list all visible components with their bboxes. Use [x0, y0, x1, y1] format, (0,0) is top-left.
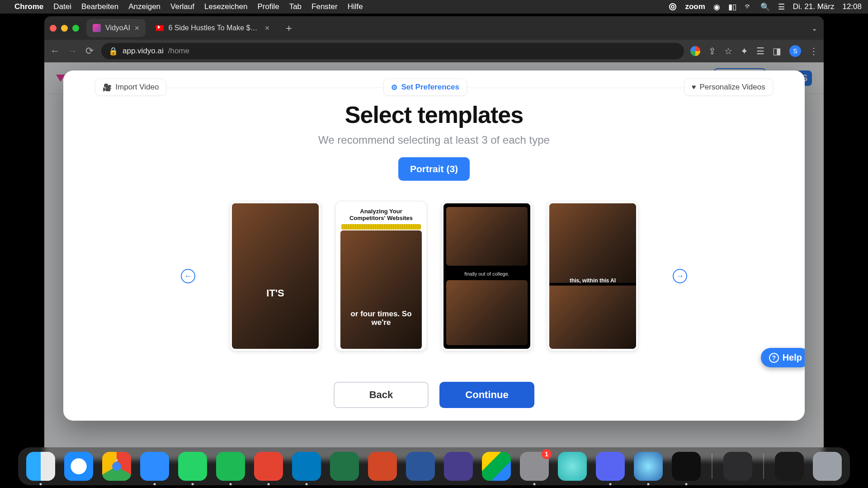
app-name[interactable]: Chrome	[14, 2, 43, 11]
dock-settings[interactable]: 1	[520, 452, 549, 481]
video-icon: 🎥	[103, 83, 112, 92]
menu-tab[interactable]: Tab	[289, 2, 302, 11]
wifi-icon[interactable]: ᯤ	[745, 2, 752, 11]
address-bar: ← → ⟳ 🔒 app.vidyo.ai/home ⇪ ☆ ✦ ☰ ◨ S ⋮	[44, 40, 824, 62]
sidepanel-icon[interactable]: ◨	[773, 46, 781, 56]
new-tab-button[interactable]: ＋	[279, 21, 298, 35]
template-title: Analyzing Your Competitors' Websites	[338, 203, 425, 224]
menu-anzeigen[interactable]: Anzeigen	[128, 2, 160, 11]
menu-lesezeichen[interactable]: Lesezeichen	[204, 2, 247, 11]
modal-subtitle: We recommend selecting at least 3 of eac…	[63, 134, 805, 146]
carousel-next-button[interactable]: →	[673, 269, 687, 283]
step-preferences[interactable]: ⚙︎Set Preferences	[383, 79, 467, 96]
gear-icon: ⚙︎	[391, 83, 397, 92]
template-card[interactable]: IT'S	[230, 202, 321, 351]
template-thumb	[446, 207, 528, 266]
template-thumb	[232, 203, 319, 349]
step-personalize[interactable]: ♥Personalize Videos	[684, 79, 773, 96]
template-thumb	[340, 230, 422, 349]
macos-dock: 1	[18, 447, 850, 485]
dock-launchpad[interactable]	[775, 452, 804, 481]
template-card[interactable]: finally out of college.	[442, 202, 532, 351]
dock-finder[interactable]	[26, 452, 55, 481]
menu-hilfe[interactable]: Hilfe	[348, 2, 363, 11]
heart-icon: ♥	[692, 83, 696, 91]
help-button[interactable]: ? Help	[761, 348, 805, 367]
dock-spotify[interactable]	[216, 452, 245, 481]
vidyo-favicon-icon	[93, 24, 101, 32]
dock-imovie[interactable]	[444, 452, 473, 481]
menubar-date[interactable]: Di. 21. März	[793, 2, 835, 11]
dock-audio-app[interactable]	[672, 452, 701, 481]
control-center-icon[interactable]: ☰	[778, 2, 785, 12]
tabs-overflow-icon[interactable]: ⌄	[811, 24, 817, 33]
page-body: vidyo.ai Home Downloads Media ⌄ ◔42 / 75…	[44, 62, 824, 460]
loom-icon[interactable]: ◉	[713, 2, 720, 12]
svg-point-0	[670, 4, 676, 10]
close-tab-icon[interactable]: ×	[265, 23, 270, 33]
nav-back-button[interactable]: ←	[50, 45, 61, 57]
step-import[interactable]: 🎥Import Video	[95, 79, 166, 96]
dock-google-drive[interactable]	[482, 452, 511, 481]
dock-trello[interactable]	[292, 452, 321, 481]
tab-vidyoai[interactable]: VidyoAI ×	[86, 19, 146, 37]
aspect-pill-portrait[interactable]: Portrait (3)	[398, 157, 470, 181]
menubar-time[interactable]: 12:08	[842, 2, 862, 11]
fullscreen-window-button[interactable]	[72, 25, 79, 32]
menu-fenster[interactable]: Fenster	[311, 2, 338, 11]
screen-record-icon[interactable]	[669, 3, 677, 11]
reload-button[interactable]: ⟳	[84, 45, 95, 57]
extensions-icon[interactable]: ✦	[741, 46, 748, 56]
continue-button[interactable]: Continue	[439, 382, 534, 408]
window-controls	[50, 25, 79, 32]
carousel-prev-button[interactable]: ←	[181, 269, 195, 283]
tab-youtube[interactable]: 6 Side Hustles To Make $1000 ×	[149, 19, 276, 37]
tab-strip: VidyoAI × 6 Side Hustles To Make $1000 ×…	[44, 16, 824, 40]
chrome-window: VidyoAI × 6 Side Hustles To Make $1000 ×…	[44, 16, 824, 460]
menu-verlauf[interactable]: Verlauf	[170, 2, 194, 11]
dock-discord[interactable]	[596, 452, 625, 481]
battery-icon[interactable]: ▮▯	[728, 2, 736, 12]
template-caption: IT'S	[232, 287, 319, 299]
bookmark-icon[interactable]: ☆	[724, 46, 732, 56]
profile-avatar[interactable]: S	[789, 45, 801, 57]
menu-bearbeiten[interactable]: Bearbeiten	[81, 2, 118, 11]
spotlight-icon[interactable]: 🔍	[760, 2, 770, 12]
svg-point-1	[671, 5, 674, 8]
minimize-window-button[interactable]	[61, 25, 68, 32]
zoom-menubar-label[interactable]: zoom	[685, 2, 705, 11]
dock-powerpoint[interactable]	[368, 452, 397, 481]
dock-chrome[interactable]	[102, 452, 131, 481]
menu-profile[interactable]: Profile	[257, 2, 279, 11]
dock-zoom[interactable]	[140, 452, 169, 481]
dock-calculator[interactable]	[723, 452, 752, 481]
close-tab-icon[interactable]: ×	[135, 23, 140, 33]
close-window-button[interactable]	[50, 25, 57, 32]
help-icon: ?	[769, 353, 779, 363]
template-card[interactable]: Analyzing Your Competitors' Websites or …	[336, 202, 426, 351]
template-modal: 🎥Import Video ⚙︎Set Preferences ♥Persona…	[63, 70, 805, 421]
share-icon[interactable]: ⇪	[708, 46, 716, 56]
kebab-menu-icon[interactable]: ⋮	[809, 46, 818, 56]
dock-todoist[interactable]	[254, 452, 283, 481]
dock-app-cyan[interactable]	[558, 452, 587, 481]
tab-title: 6 Side Hustles To Make $1000	[168, 24, 260, 32]
nav-forward-button[interactable]: →	[67, 45, 78, 57]
dock-word[interactable]	[406, 452, 435, 481]
youtube-favicon-icon	[156, 24, 164, 32]
google-account-icon[interactable]	[690, 46, 700, 56]
dock-whatsapp[interactable]	[178, 452, 207, 481]
template-caption: or four times. So we're	[338, 310, 425, 327]
dock-excel[interactable]	[330, 452, 359, 481]
url-field[interactable]: 🔒 app.vidyo.ai/home	[101, 43, 684, 59]
stepper: 🎥Import Video ⚙︎Set Preferences ♥Persona…	[63, 70, 805, 99]
dock-trash[interactable]	[813, 452, 842, 481]
template-thumb	[446, 280, 528, 345]
menu-datei[interactable]: Datei	[53, 2, 71, 11]
template-card[interactable]: this, within this AI	[547, 202, 638, 351]
tab-title: VidyoAI	[105, 24, 130, 32]
back-button[interactable]: Back	[334, 382, 429, 408]
dock-quicktime[interactable]	[634, 452, 663, 481]
reading-list-icon[interactable]: ☰	[756, 46, 764, 56]
dock-safari[interactable]	[64, 452, 93, 481]
